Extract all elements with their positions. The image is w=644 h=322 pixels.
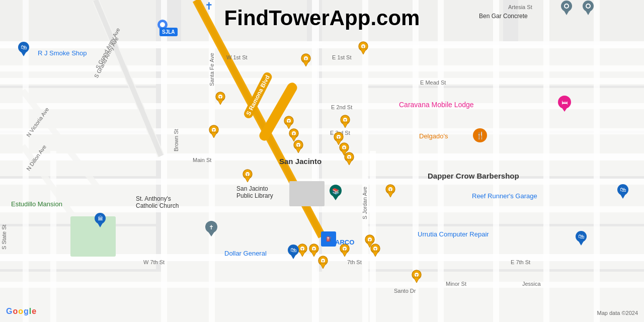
svg-marker-102	[387, 192, 393, 197]
svg-text:🛍: 🛍	[21, 44, 27, 51]
svg-marker-143	[290, 253, 297, 259]
svg-text:🛍: 🛍	[578, 233, 584, 240]
arco-marker: ⛽	[321, 231, 336, 247]
pin-library: 📚	[329, 184, 342, 200]
svg-text:T: T	[293, 132, 295, 136]
svg-text:T: T	[301, 247, 304, 252]
svg-rect-33	[493, 0, 499, 322]
svg-marker-90	[346, 159, 352, 165]
svg-text:T: T	[322, 259, 325, 264]
road-santa-fe: Santa Fe Ave	[209, 53, 215, 86]
label-arco: ARCO	[335, 238, 354, 246]
svg-text:T: T	[297, 143, 300, 148]
svg-text:T: T	[362, 45, 365, 49]
svg-text:T: T	[348, 155, 351, 160]
svg-text:⛽: ⛽	[326, 236, 332, 242]
pin-yellow-16: T	[318, 256, 328, 269]
svg-marker-114	[320, 263, 326, 269]
svg-rect-34	[543, 0, 549, 322]
label-caravana: Caravana Mobile Lodge	[399, 101, 474, 109]
label-dollar-general: Dollar General	[224, 250, 267, 257]
label-st-anthonys: St. Anthony'sCatholic Church	[136, 195, 179, 209]
svg-marker-54	[360, 49, 366, 54]
pin-yellow-3: T	[215, 92, 225, 105]
svg-text:T: T	[313, 247, 315, 252]
svg-marker-160	[207, 230, 215, 236]
svg-text:🛍: 🛍	[620, 186, 626, 193]
pin-yellow-4: T	[209, 125, 219, 138]
road-emead-st: E Mead St	[420, 79, 446, 86]
road-s-jordan-ave: S Jordan Ave	[362, 187, 368, 219]
svg-text:T: T	[389, 188, 392, 192]
road-san-jacinto: San Jacinto	[279, 157, 321, 166]
svg-marker-163	[332, 194, 340, 200]
label-sj-library: San JacintoPublic Library	[236, 185, 273, 199]
svg-marker-78	[295, 147, 301, 153]
pin-yellow-19: T	[370, 244, 380, 257]
svg-marker-58	[303, 61, 309, 66]
google-logo: G o o g l e	[6, 307, 36, 316]
pin-pink-caravana: 🛏	[557, 96, 572, 112]
pin-yellow-15: T	[309, 244, 319, 257]
road-w1st-st: W 1st St	[226, 54, 248, 60]
svg-marker-110	[311, 251, 317, 257]
label-urrutia: Urrutia Computer Repair	[418, 230, 489, 238]
road-e7th-st: E 7th St	[511, 259, 530, 265]
svg-marker-98	[245, 177, 251, 182]
svg-marker-157	[560, 106, 569, 112]
road-brown-st: Brown St	[173, 129, 179, 151]
sjla-marker: SJLA	[159, 28, 178, 36]
svg-text:T: T	[288, 119, 290, 124]
pin-yellow-20: T	[412, 270, 422, 283]
svg-point-151	[565, 5, 568, 8]
pin-yellow-1: T	[358, 41, 368, 54]
road-minor-st: Minor St	[446, 281, 466, 287]
svg-point-155	[587, 5, 590, 8]
google-g: G	[6, 307, 12, 316]
label-reef-runner: Reef Runner's Garage	[472, 192, 537, 200]
road-santo-dr: Santo Dr	[394, 288, 416, 294]
svg-marker-126	[372, 251, 378, 257]
google-g2: g	[24, 307, 29, 316]
google-o1: o	[13, 307, 18, 316]
svg-marker-94	[342, 122, 348, 128]
road-e1st-st: E 1st St	[332, 54, 352, 60]
svg-text:T: T	[344, 118, 347, 123]
map-container[interactable]: FindTowerApp.com SJLA T T T T T	[0, 0, 644, 322]
svg-text:T: T	[219, 95, 222, 100]
svg-point-52	[160, 22, 165, 27]
svg-marker-149	[563, 9, 570, 15]
pin-blue-urrutia: 🛍	[575, 230, 587, 246]
svg-marker-153	[585, 9, 592, 15]
pin-blue-dollar: 🛍	[287, 244, 299, 259]
svg-text:T: T	[338, 135, 340, 140]
svg-text:T: T	[213, 128, 215, 133]
svg-text:🛏: 🛏	[561, 99, 568, 106]
svg-text:📚: 📚	[332, 187, 340, 195]
pin-yellow-10: T	[344, 152, 354, 165]
svg-marker-137	[619, 193, 626, 199]
svg-marker-106	[299, 251, 305, 257]
svg-rect-39	[50, 151, 56, 322]
label-delgados: Delgado's	[419, 132, 448, 140]
svg-text:✝: ✝	[209, 224, 214, 231]
svg-text:🏛: 🏛	[98, 215, 103, 221]
pin-church: ✝	[205, 220, 218, 236]
delgados-icon: 🍴	[473, 128, 487, 142]
pin-gray-bengar	[582, 0, 594, 15]
svg-rect-35	[594, 0, 600, 322]
pin-blue-rj: 🛍	[18, 41, 30, 56]
svg-rect-5	[518, 0, 644, 43]
svg-marker-146	[97, 221, 104, 227]
map-svg	[0, 0, 644, 322]
pin-gray-dapper	[560, 0, 573, 15]
svg-marker-118	[342, 251, 348, 257]
label-dapper-crow: Dapper Crow Barbershop	[428, 172, 519, 180]
pin-yellow-7: T	[293, 140, 303, 153]
road-jessica-st: Jessica	[522, 281, 541, 287]
svg-rect-48	[289, 181, 325, 206]
road-w7th-st: W 7th St	[143, 259, 165, 265]
pin-yellow-13: T	[385, 184, 395, 197]
road-7th-st: 7th St	[347, 259, 362, 265]
road-artesia-st: Artesia St	[508, 4, 532, 10]
